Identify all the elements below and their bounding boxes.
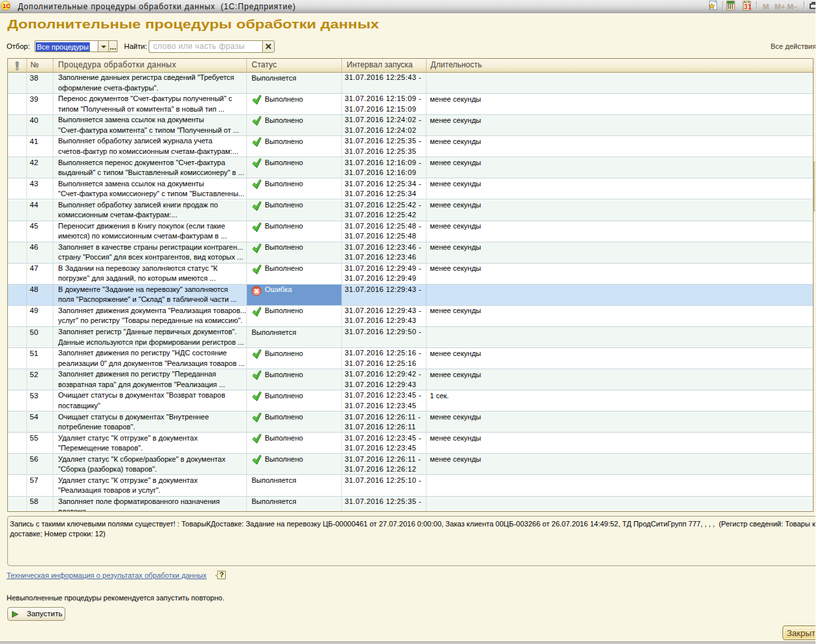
svg-text:31: 31 xyxy=(744,3,751,11)
svg-text:1С: 1С xyxy=(3,3,11,9)
svg-text:?: ? xyxy=(219,571,224,579)
